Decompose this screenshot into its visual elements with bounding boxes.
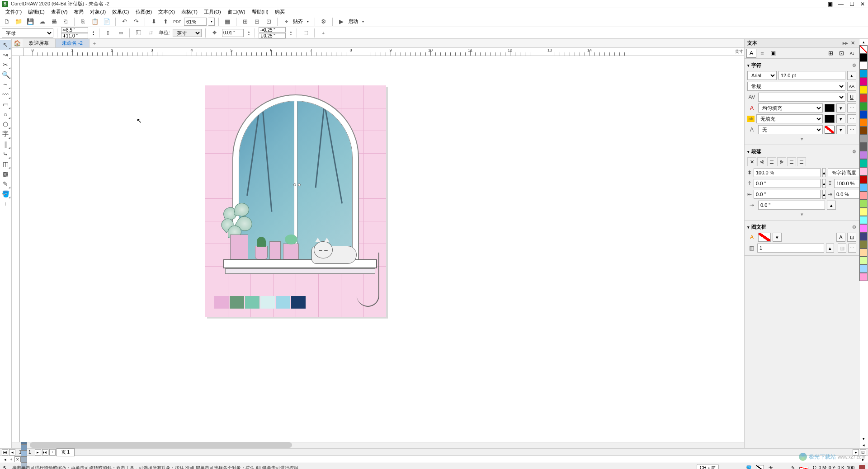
gear-icon[interactable]: ⚙ — [852, 149, 856, 154]
vertical-ruler[interactable] — [12, 56, 20, 442]
page-width-input[interactable]: ⬄ 8.5 " — [61, 27, 88, 33]
text-tool[interactable]: 字 — [0, 129, 11, 139]
palette-swatch[interactable] — [859, 70, 868, 78]
redo-button[interactable]: ↷ — [131, 17, 141, 26]
artwork-swatch[interactable] — [276, 296, 290, 309]
gear-icon[interactable]: ⚙ — [852, 63, 856, 68]
underline-button[interactable]: U — [847, 93, 856, 102]
palette-down-button[interactable]: ▾ — [859, 436, 868, 442]
menu-edit[interactable]: 编辑(E) — [25, 9, 47, 15]
character-tab-icon[interactable]: A — [746, 49, 756, 58]
guides-button[interactable]: ⊟ — [252, 17, 262, 26]
menu-text[interactable]: 文本(X) — [156, 9, 178, 15]
menu-bitmap[interactable]: 位图(B) — [133, 9, 155, 15]
undo-button[interactable]: ↶ — [119, 17, 129, 26]
close-button[interactable]: ✕ — [859, 1, 866, 7]
palette-swatch[interactable] — [859, 192, 868, 200]
add-tab-button[interactable]: + — [90, 40, 99, 47]
paragraph-tab-icon[interactable]: ≡ — [757, 49, 767, 58]
doc-no-color[interactable] — [14, 456, 21, 462]
ellipse-tool[interactable]: ○ — [0, 109, 11, 119]
last-page-button[interactable]: ⏭ — [42, 449, 48, 455]
portrait-button[interactable]: ▯ — [103, 28, 113, 38]
artistic-tool[interactable]: 〰 — [0, 89, 11, 99]
fullscreen-button[interactable]: ▦ — [222, 17, 232, 26]
export2-button[interactable]: ⬆ — [160, 17, 170, 26]
menu-effects[interactable]: 效果(C) — [109, 9, 132, 15]
doc-palette-swatch[interactable] — [21, 450, 27, 456]
frame-fill-swatch[interactable] — [758, 233, 771, 242]
open-button[interactable]: 📁 — [14, 17, 24, 26]
zoom-dropdown[interactable]: ▾ — [208, 18, 215, 26]
smallcaps-button[interactable]: AA — [847, 82, 856, 91]
no-color-swatch[interactable] — [859, 45, 868, 53]
freehand-tool[interactable]: ～ — [0, 80, 11, 89]
fill-tool[interactable]: 🪣 — [0, 189, 11, 199]
horizontal-ruler[interactable]: 英寸 01234567891011121314 — [24, 48, 744, 56]
help-icon[interactable]: ▣ — [826, 1, 834, 7]
prev-page-button[interactable]: ◂ — [9, 449, 15, 455]
doc-palette-swatch[interactable] — [21, 456, 27, 462]
page-height-input[interactable]: ⬍ 11.0 " — [61, 33, 88, 38]
import-button[interactable]: ⬇ — [149, 17, 159, 26]
new-button[interactable]: 🗋 — [2, 17, 12, 26]
cloud-button[interactable]: ☁ — [37, 17, 47, 26]
grid-button[interactable]: ⊞ — [240, 17, 250, 26]
vertical-align-button[interactable]: A — [836, 233, 845, 242]
artwork-swatch[interactable] — [291, 296, 306, 309]
left-indent-input[interactable] — [754, 190, 821, 199]
palette-flyout-button[interactable]: ◂ — [859, 442, 868, 448]
frame-section-header[interactable]: ▾图文框⚙ — [747, 222, 856, 232]
palette-swatch[interactable] — [859, 232, 868, 240]
nudge-input[interactable] — [222, 29, 244, 37]
current-page-button[interactable]: ⿻ — [146, 28, 156, 38]
add-preset-button[interactable]: + — [318, 28, 328, 38]
page-tab[interactable]: 页 1 — [57, 448, 75, 456]
zoom-tool[interactable]: 🔍 — [0, 70, 11, 80]
shadow-tool[interactable]: ◫ — [0, 159, 11, 169]
canvas[interactable]: ↖ — [20, 56, 744, 442]
outline-dropdown[interactable]: ▾ — [836, 125, 845, 134]
page-artwork[interactable] — [205, 85, 386, 317]
artwork-swatch[interactable] — [214, 296, 229, 309]
proof-icon[interactable] — [859, 465, 865, 469]
font-family-select[interactable]: Arial — [747, 71, 777, 80]
bg-more-button[interactable]: ⋯ — [847, 114, 856, 123]
palette-swatch[interactable] — [859, 78, 868, 86]
launch-icon[interactable]: ▶ — [336, 17, 346, 26]
outline-select[interactable]: 无 — [758, 125, 823, 134]
snap-toggle[interactable]: ⊡ — [264, 17, 274, 26]
shape-tool[interactable]: ↝ — [0, 50, 11, 60]
no-align-button[interactable]: ✕ — [747, 157, 756, 166]
menu-view[interactable]: 查看(V) — [48, 9, 71, 15]
font-size-input[interactable] — [778, 71, 845, 80]
treat-as-filled-button[interactable]: ⬚ — [301, 28, 311, 38]
frame-fill-dropdown[interactable]: ▾ — [773, 233, 782, 242]
options-icon[interactable]: A↓ — [847, 49, 857, 58]
palette-swatch[interactable] — [859, 167, 868, 175]
link-frame-icon[interactable]: ⊡ — [836, 49, 846, 58]
kerning-select[interactable] — [758, 93, 845, 102]
artwork-swatch[interactable] — [230, 296, 244, 309]
palette-swatch[interactable] — [859, 208, 868, 216]
snap-icon[interactable]: ⌖ — [281, 17, 291, 26]
fill-type-select[interactable]: 均匀填充 — [758, 103, 823, 113]
docker-collapse-button[interactable]: ▸▸ — [842, 40, 849, 47]
justify-button[interactable]: ☰ — [787, 157, 796, 166]
new-frame-icon[interactable]: ⊞ — [826, 49, 835, 58]
palette-swatch[interactable] — [859, 159, 868, 167]
all-pages-button[interactable]: ⿺ — [133, 28, 143, 38]
bg-dropdown[interactable]: ▾ — [836, 114, 845, 123]
fill-indicator[interactable] — [756, 465, 764, 469]
font-size-spinner[interactable]: ▴ — [847, 71, 856, 80]
menu-purchase[interactable]: 购买 — [272, 9, 288, 15]
doc-palette-swatch[interactable] — [21, 445, 27, 450]
copy-button[interactable]: ⎘ — [78, 17, 88, 26]
add-tool[interactable]: + — [0, 199, 11, 209]
frame-more-button[interactable]: ⋯ — [848, 244, 856, 253]
welcome-tab[interactable]: 欢迎屏幕 — [23, 39, 56, 47]
align-left-button[interactable]: ⫷ — [757, 157, 766, 166]
frame-fit-button[interactable]: ⊡ — [847, 233, 856, 242]
palette-swatch[interactable] — [859, 143, 868, 151]
align-center-button[interactable]: ☰ — [767, 157, 776, 166]
